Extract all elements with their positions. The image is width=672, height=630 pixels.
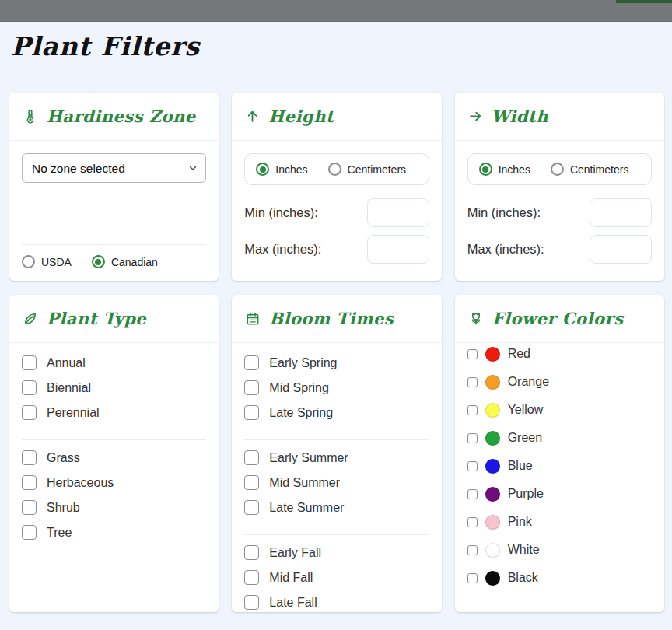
unit-option[interactable]: Inches <box>256 163 307 176</box>
flower-color-option[interactable]: Pink <box>467 514 652 530</box>
plant-type-header: Plant Type <box>9 295 219 343</box>
checkbox-label: Orange <box>508 375 549 389</box>
flower-color-option[interactable]: Green <box>467 430 652 446</box>
flower-color-option[interactable]: Black <box>467 570 652 586</box>
checkbox[interactable] <box>22 500 37 515</box>
min-label: Min (inches): <box>244 205 317 220</box>
checkbox[interactable] <box>22 525 37 540</box>
unit-option[interactable]: Inches <box>479 163 530 176</box>
checkbox[interactable] <box>22 450 37 465</box>
height-min-row: Min (inches): <box>244 198 429 227</box>
checkbox[interactable] <box>244 595 259 610</box>
color-swatch <box>485 571 500 586</box>
checkbox[interactable] <box>22 380 37 395</box>
unit-option[interactable]: Centimeters <box>328 163 406 176</box>
bloom-time-option[interactable]: Mid Summer <box>244 475 429 490</box>
flower-color-option[interactable]: White <box>467 542 652 558</box>
checkbox[interactable] <box>467 461 478 471</box>
checkbox[interactable] <box>244 500 259 515</box>
bloom-time-option[interactable]: Early Fall <box>244 545 429 560</box>
bloom-time-option[interactable]: Mid Spring <box>244 380 429 395</box>
checkbox[interactable] <box>244 405 259 420</box>
plant-type-option[interactable]: Annual <box>22 355 206 370</box>
checkbox[interactable] <box>467 517 478 527</box>
radio-label: USDA <box>41 256 72 268</box>
bloom-time-option[interactable]: Late Fall <box>244 595 429 610</box>
max-label: Max (inches): <box>244 242 321 257</box>
checkbox-label: Yellow <box>508 403 544 417</box>
color-swatch <box>485 515 500 530</box>
flower-colors-header: Flower Colors <box>455 295 664 343</box>
bloom-time-option[interactable]: Late Summer <box>244 500 429 515</box>
plant-type-option[interactable]: Tree <box>22 525 206 540</box>
width-min-row: Min (inches): <box>467 198 652 227</box>
plant-type-option[interactable]: Herbaceous <box>22 475 206 490</box>
checkbox-label: Early Summer <box>269 451 348 465</box>
card-title: Plant Type <box>47 309 146 328</box>
checkbox-label: Shrub <box>47 501 80 515</box>
width-max-input[interactable] <box>590 235 652 264</box>
checkbox[interactable] <box>467 433 478 443</box>
width-unit-radio-group: Inches Centimeters <box>467 153 652 185</box>
checkbox[interactable] <box>244 570 259 585</box>
card-title: Flower Colors <box>492 309 624 328</box>
hardiness-zone-card: Hardiness Zone No zone selected USDA <box>9 93 219 281</box>
plant-type-option[interactable]: Perennial <box>22 405 206 420</box>
checkbox[interactable] <box>244 545 259 560</box>
plant-type-option[interactable]: Biennial <box>22 380 206 395</box>
zone-select[interactable]: No zone selected <box>22 153 206 183</box>
radio-icon[interactable] <box>256 163 269 176</box>
checkbox[interactable] <box>244 380 259 395</box>
bloom-times-header: Bloom Times <box>232 295 441 343</box>
checkbox[interactable] <box>22 355 37 370</box>
radio-icon[interactable] <box>92 255 105 268</box>
checkbox[interactable] <box>244 450 259 465</box>
hardiness-zone-body: No zone selected USDA <box>9 141 219 281</box>
checkbox[interactable] <box>467 573 478 583</box>
radio-label: Centimeters <box>348 163 406 176</box>
height-min-input[interactable] <box>367 198 429 227</box>
width-body: Inches Centimeters Min (inches): Max (in… <box>455 141 664 281</box>
flower-color-option[interactable]: Orange <box>467 374 652 390</box>
width-min-input[interactable] <box>590 198 652 227</box>
radio-icon[interactable] <box>551 163 564 176</box>
flower-color-option[interactable]: Yellow <box>467 402 652 418</box>
checkbox[interactable] <box>467 405 478 415</box>
flower-color-option[interactable]: Purple <box>467 486 652 502</box>
checkbox-label: Purple <box>508 487 544 501</box>
flower-color-option[interactable]: Blue <box>467 458 652 474</box>
min-label: Min (inches): <box>467 205 541 220</box>
card-title: Hardiness Zone <box>47 107 196 126</box>
checkbox[interactable] <box>244 475 259 490</box>
checkbox-label: Black <box>508 571 538 585</box>
checkbox[interactable] <box>244 355 259 370</box>
bloom-time-option[interactable]: Late Spring <box>244 405 429 420</box>
zone-system-option[interactable]: Canadian <box>92 255 158 268</box>
checkbox-label: Early Spring <box>269 356 337 370</box>
topbar-accent <box>616 0 672 3</box>
checkbox[interactable] <box>467 349 478 359</box>
plant-type-option[interactable]: Shrub <box>22 500 206 515</box>
checkbox[interactable] <box>467 489 478 499</box>
height-header: Height <box>232 93 441 141</box>
bloom-time-option[interactable]: Early Summer <box>244 450 429 465</box>
hardiness-zone-header: Hardiness Zone <box>9 93 219 141</box>
flower-color-option[interactable]: Red <box>467 346 652 362</box>
radio-label: Inches <box>275 163 307 176</box>
checkbox[interactable] <box>467 545 478 555</box>
bloom-time-option[interactable]: Mid Fall <box>244 570 429 585</box>
zone-system-option[interactable]: USDA <box>22 255 72 268</box>
checkbox[interactable] <box>467 377 478 387</box>
plant-form-list: Grass Herbaceous Shrub Tree <box>22 450 206 550</box>
checkbox[interactable] <box>22 475 37 490</box>
radio-icon[interactable] <box>22 255 35 268</box>
plant-type-option[interactable]: Grass <box>22 450 206 465</box>
radio-icon[interactable] <box>479 163 492 176</box>
checkbox-label: White <box>508 543 540 557</box>
unit-option[interactable]: Centimeters <box>551 163 628 176</box>
checkbox-label: Herbaceous <box>47 476 114 490</box>
bloom-time-option[interactable]: Early Spring <box>244 355 429 370</box>
radio-icon[interactable] <box>328 163 341 176</box>
height-max-input[interactable] <box>367 235 429 264</box>
checkbox[interactable] <box>22 405 37 420</box>
